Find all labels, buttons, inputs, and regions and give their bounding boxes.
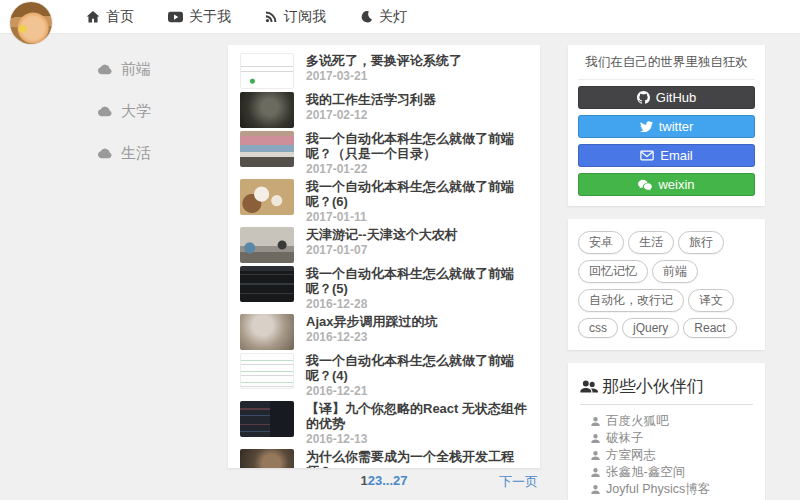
person-icon (590, 484, 601, 495)
social-button-label: weixin (658, 177, 694, 192)
post-thumbnail (240, 92, 294, 128)
post-thumbnail (240, 314, 294, 350)
friend-link[interactable]: 百度火狐吧 (590, 413, 753, 430)
site-avatar[interactable] (10, 2, 52, 44)
post-row[interactable]: 天津游记--天津这个大农村 2017-01-07 (240, 227, 528, 263)
post-thumbnail (240, 131, 294, 167)
category-college[interactable]: 大学 (96, 90, 151, 132)
post-date: 2016-12-23 (306, 331, 437, 344)
tag-jquery[interactable]: jQuery (622, 318, 679, 338)
post-row[interactable]: 我一个自动化本科生怎么就做了前端呢？(4) 2016-12-21 (240, 353, 528, 398)
cloud-icon (96, 147, 113, 160)
post-date: 2016-12-13 (306, 433, 528, 446)
friend-link[interactable]: Joyful Physics博客 (590, 481, 753, 498)
nav-item-label: 订阅我 (284, 8, 326, 26)
post-title: 我的工作生活学习利器 (306, 92, 436, 107)
tag-css[interactable]: css (578, 318, 618, 338)
post-row[interactable]: 我一个自动化本科生怎么就做了前端呢？（只是一个目录） 2017-01-22 (240, 131, 528, 176)
category-sidebar: 前端 大学 生活 (96, 48, 151, 174)
post-title: 我一个自动化本科生怎么就做了前端呢？(5) (306, 266, 528, 296)
tag-travel[interactable]: 旅行 (678, 231, 724, 254)
friend-name: 张鑫旭-鑫空间 (606, 464, 685, 481)
post-date: 2017-02-12 (306, 109, 436, 122)
post-row[interactable]: 我一个自动化本科生怎么就做了前端呢？(6) 2017-01-11 (240, 179, 528, 224)
home-icon (86, 10, 100, 24)
post-row[interactable]: Ajax异步调用踩过的坑 2016-12-23 (240, 314, 528, 350)
pagination: 123...27 下一页 (228, 473, 540, 493)
nav-item-lights-off[interactable]: 关灯 (360, 8, 407, 26)
page-link-2[interactable]: 2 (368, 473, 375, 488)
post-title: 我一个自动化本科生怎么就做了前端呢？(6) (306, 179, 528, 209)
social-button-label: GitHub (656, 90, 696, 105)
friend-link[interactable]: 破袜子 (590, 430, 753, 447)
post-thumbnail (240, 179, 294, 215)
wechat-icon (638, 179, 652, 191)
friend-name: Joyful Physics博客 (606, 481, 710, 498)
post-row[interactable]: 为什么你需要成为一个全栈开发工程师？ 2016-12-06 (240, 449, 528, 468)
twitter-icon (640, 121, 653, 132)
friend-name: 方室网志 (606, 447, 656, 464)
page-current: 1 (360, 473, 367, 488)
post-list: 多说死了，要换评论系统了 2017-03-21 我的工作生活学习利器 2017-… (228, 45, 540, 468)
post-row[interactable]: 多说死了，要换评论系统了 2017-03-21 (240, 53, 528, 89)
post-row[interactable]: 【译】九个你忽略的React 无状态组件的优势 2016-12-13 (240, 401, 528, 446)
page-link-27[interactable]: 27 (393, 473, 407, 488)
post-date: 2017-01-22 (306, 163, 528, 176)
post-thumbnail (240, 227, 294, 263)
post-date: 2016-12-21 (306, 385, 528, 398)
post-date: 2017-01-11 (306, 211, 528, 224)
post-thumbnail (240, 449, 294, 468)
tag-memories[interactable]: 回忆记忆 (578, 260, 648, 283)
cloud-icon (96, 105, 113, 118)
post-title: 多说死了，要换评论系统了 (306, 53, 462, 68)
tag-react[interactable]: React (683, 318, 736, 338)
post-row[interactable]: 我一个自动化本科生怎么就做了前端呢？(5) 2016-12-28 (240, 266, 528, 311)
post-date: 2016-12-28 (306, 298, 528, 311)
nav-item-home[interactable]: 首页 (86, 8, 134, 26)
cloud-icon (96, 63, 113, 76)
social-button-label: twitter (659, 119, 694, 134)
person-icon (590, 433, 601, 444)
rss-icon (265, 10, 278, 23)
category-frontend[interactable]: 前端 (96, 48, 151, 90)
twitter-button[interactable]: twitter (578, 115, 755, 138)
friends-card-title: 那些小伙伴们 (602, 375, 704, 398)
post-date: 2017-03-21 (306, 70, 462, 83)
tag-translation[interactable]: 译文 (688, 289, 734, 312)
post-title: 我一个自动化本科生怎么就做了前端呢？(4) (306, 353, 528, 383)
category-label: 生活 (121, 144, 151, 163)
nav-item-subscribe[interactable]: 订阅我 (265, 8, 326, 26)
friend-link[interactable]: 方室网志 (590, 447, 753, 464)
weixin-button[interactable]: weixin (578, 173, 755, 196)
post-title: 我一个自动化本科生怎么就做了前端呢？（只是一个目录） (306, 131, 528, 161)
tags-card: 安卓生活旅行回忆记忆前端自动化，改行记译文cssjQueryReact (568, 219, 765, 350)
post-title: Ajax异步调用踩过的坑 (306, 314, 437, 329)
post-row[interactable]: 我的工作生活学习利器 2017-02-12 (240, 92, 528, 128)
youtube-icon (168, 11, 183, 23)
tag-android[interactable]: 安卓 (578, 231, 624, 254)
post-thumbnail (240, 401, 294, 437)
social-card: 我们在自己的世界里独自狂欢 GitHub twitter Email weixi… (568, 45, 765, 206)
top-navbar: 首页 关于我 订阅我 关灯 (0, 0, 800, 34)
post-date: 2017-01-07 (306, 244, 458, 257)
nav-item-about[interactable]: 关于我 (168, 8, 231, 26)
nav-item-label: 关于我 (189, 8, 231, 26)
category-life[interactable]: 生活 (96, 132, 151, 174)
github-icon (637, 91, 650, 104)
email-button[interactable]: Email (578, 144, 755, 167)
tag-frontend[interactable]: 前端 (652, 260, 698, 283)
friends-card: 那些小伙伴们 百度火狐吧 破袜子 方室网志 张鑫旭-鑫空间 Joyful Phy… (568, 363, 765, 500)
post-title: 【译】九个你忽略的React 无状态组件的优势 (306, 401, 528, 431)
post-thumbnail (240, 53, 294, 89)
friend-name: 百度火狐吧 (606, 413, 669, 430)
friend-link[interactable]: 张鑫旭-鑫空间 (590, 464, 753, 481)
nav-item-label: 首页 (106, 8, 134, 26)
category-label: 大学 (121, 102, 151, 121)
person-icon (590, 467, 601, 478)
page-ellipsis: ... (382, 473, 393, 488)
next-page-link[interactable]: 下一页 (499, 473, 538, 491)
category-label: 前端 (121, 60, 151, 79)
tag-career-change[interactable]: 自动化，改行记 (578, 289, 684, 312)
tag-life[interactable]: 生活 (628, 231, 674, 254)
github-button[interactable]: GitHub (578, 86, 755, 109)
